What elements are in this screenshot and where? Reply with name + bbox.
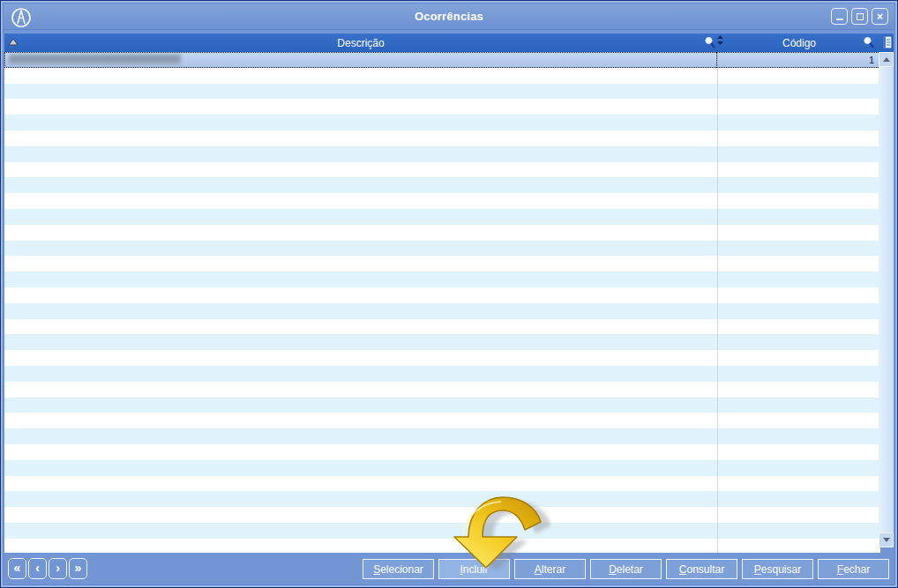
table-row[interactable] bbox=[4, 146, 880, 162]
cell-descricao bbox=[4, 319, 717, 335]
close-button[interactable]: × bbox=[872, 8, 888, 25]
column-header-descricao[interactable]: Descrição bbox=[4, 33, 717, 52]
title-bar[interactable]: Ocorrências × bbox=[4, 4, 894, 30]
cell-descricao bbox=[4, 334, 717, 350]
column-options-icon[interactable] bbox=[879, 34, 893, 50]
table-row[interactable] bbox=[4, 350, 880, 366]
cell-descricao bbox=[4, 225, 717, 241]
table-row[interactable] bbox=[4, 366, 880, 382]
table-row[interactable] bbox=[4, 444, 880, 460]
cell-codigo bbox=[717, 491, 880, 507]
cell-codigo bbox=[717, 539, 880, 555]
consultar-button[interactable]: Consultar bbox=[666, 559, 737, 579]
previous-page-button[interactable]: ‹ bbox=[28, 558, 47, 579]
window-title: Ocorrências bbox=[4, 10, 894, 23]
table-row[interactable] bbox=[4, 303, 880, 319]
table-row[interactable] bbox=[4, 539, 880, 555]
table-row[interactable] bbox=[4, 225, 880, 241]
bottom-toolbar: «‹›» SelecionarIncluirAlterarDeletarCons… bbox=[4, 553, 894, 584]
fechar-button[interactable]: Fechar bbox=[818, 559, 889, 579]
scroll-up-button[interactable] bbox=[879, 52, 894, 67]
maximize-button[interactable] bbox=[851, 8, 868, 25]
table-row[interactable] bbox=[4, 398, 880, 413]
column-header-codigo[interactable]: Código bbox=[717, 33, 881, 52]
table-row[interactable] bbox=[4, 193, 880, 209]
next-page-button[interactable]: › bbox=[49, 558, 67, 579]
table-row[interactable] bbox=[4, 319, 880, 335]
table-row[interactable] bbox=[4, 130, 880, 146]
cell-descricao bbox=[4, 507, 717, 523]
search-icon[interactable] bbox=[704, 35, 716, 49]
cell-descricao bbox=[4, 209, 717, 225]
pesquisar-button[interactable]: Pesquisar bbox=[742, 559, 813, 579]
cell-codigo bbox=[717, 382, 880, 398]
selecionar-button[interactable]: Selecionar bbox=[363, 559, 434, 579]
incluir-button[interactable]: Incluir bbox=[438, 559, 510, 579]
first-page-button[interactable]: « bbox=[8, 558, 26, 579]
vertical-scrollbar[interactable] bbox=[879, 52, 894, 547]
table-row[interactable] bbox=[4, 334, 880, 350]
cell-codigo bbox=[717, 398, 880, 413]
minimize-icon bbox=[836, 19, 843, 20]
alterar-button[interactable]: Alterar bbox=[514, 559, 586, 579]
cell-descricao bbox=[4, 241, 717, 257]
cell-codigo bbox=[717, 319, 880, 335]
table-row[interactable] bbox=[4, 162, 880, 178]
triangle-up-icon bbox=[883, 57, 890, 62]
cell-codigo bbox=[717, 444, 880, 460]
codigo-header-icons bbox=[863, 35, 875, 49]
cell-descricao bbox=[4, 52, 717, 68]
table-row[interactable] bbox=[4, 491, 880, 507]
last-page-button[interactable]: » bbox=[69, 558, 87, 579]
action-buttons: SelecionarIncluirAlterarDeletarConsultar… bbox=[363, 559, 889, 579]
scroll-down-button[interactable] bbox=[879, 532, 894, 547]
cell-descricao bbox=[4, 162, 717, 178]
cell-codigo bbox=[717, 241, 880, 257]
deletar-button[interactable]: Deletar bbox=[590, 559, 662, 579]
table-row[interactable] bbox=[4, 241, 880, 257]
cell-codigo bbox=[717, 476, 880, 492]
table-row[interactable] bbox=[4, 68, 880, 84]
table-row[interactable] bbox=[4, 460, 880, 476]
cell-descricao bbox=[4, 491, 717, 507]
cell-codigo bbox=[717, 460, 880, 476]
table-row[interactable] bbox=[4, 413, 880, 428]
cell-codigo bbox=[717, 193, 880, 209]
triangle-down-icon bbox=[883, 538, 890, 542]
table-body: 1 bbox=[4, 52, 880, 555]
table-row[interactable] bbox=[4, 256, 880, 272]
cell-codigo: 1 bbox=[717, 52, 880, 68]
cell-descricao bbox=[4, 413, 717, 428]
table-row[interactable] bbox=[4, 428, 880, 444]
table-row[interactable] bbox=[4, 476, 880, 492]
column-label: Código bbox=[782, 37, 816, 49]
table-row-selected[interactable]: 1 bbox=[4, 52, 880, 68]
cell-codigo bbox=[717, 146, 880, 162]
table-row[interactable] bbox=[4, 115, 880, 130]
record-navigation: «‹›» bbox=[8, 558, 87, 579]
cell-descricao bbox=[4, 350, 717, 366]
table-row[interactable] bbox=[4, 382, 880, 398]
cell-descricao bbox=[4, 287, 717, 303]
minimize-button[interactable] bbox=[831, 8, 848, 25]
cell-descricao bbox=[4, 99, 717, 115]
cell-descricao bbox=[4, 177, 717, 193]
table-row[interactable] bbox=[4, 272, 880, 287]
cell-codigo bbox=[717, 68, 880, 84]
cell-codigo bbox=[717, 99, 880, 115]
cell-codigo bbox=[717, 350, 880, 366]
table-row[interactable] bbox=[4, 84, 880, 100]
table-row[interactable] bbox=[4, 523, 880, 539]
table-row[interactable] bbox=[4, 287, 880, 303]
cell-descricao bbox=[4, 366, 717, 382]
column-label: Descrição bbox=[337, 37, 384, 49]
cell-descricao bbox=[4, 476, 717, 492]
cell-descricao bbox=[4, 444, 717, 460]
table-row[interactable] bbox=[4, 99, 880, 115]
search-icon[interactable] bbox=[863, 35, 875, 49]
cell-descricao bbox=[4, 523, 717, 539]
table-row[interactable] bbox=[4, 507, 880, 523]
table-row[interactable] bbox=[4, 209, 880, 225]
cell-descricao bbox=[4, 539, 717, 555]
table-row[interactable] bbox=[4, 177, 880, 193]
